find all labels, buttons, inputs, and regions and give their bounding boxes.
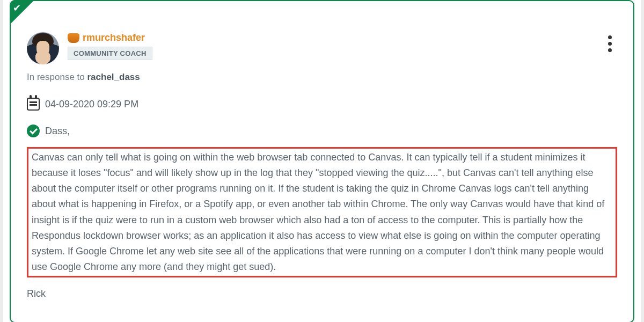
author-block: rmurchshafer COMMUNITY COACH xyxy=(27,32,152,64)
rank-icon xyxy=(68,33,79,43)
in-response-to-user[interactable]: rachel_dass xyxy=(87,72,140,82)
in-response-to-prefix: In response to xyxy=(27,72,87,82)
post-body-highlighted: Canvas can only tell what is going on wi… xyxy=(27,147,617,277)
reply-card: ✔ rmurchshafer COMMUNITY COACH In respon… xyxy=(10,0,634,322)
greeting-text: Dass, xyxy=(45,126,70,137)
author-name-link[interactable]: rmurchshafer xyxy=(83,32,145,43)
post-options-button[interactable] xyxy=(602,32,617,52)
page-rail-right xyxy=(641,0,644,322)
solved-check-icon xyxy=(27,125,40,137)
accepted-answer-corner: ✔ xyxy=(10,0,34,25)
post-timestamp: 04-09-2020 09:29 PM xyxy=(45,99,138,110)
check-icon: ✔ xyxy=(13,3,21,13)
role-badge: COMMUNITY COACH xyxy=(68,47,152,60)
post-signoff: Rick xyxy=(27,288,617,299)
in-response-to: In response to rachel_dass xyxy=(27,72,617,83)
page-rail-left xyxy=(0,0,3,322)
avatar[interactable] xyxy=(27,32,59,64)
calendar-icon xyxy=(27,98,40,111)
